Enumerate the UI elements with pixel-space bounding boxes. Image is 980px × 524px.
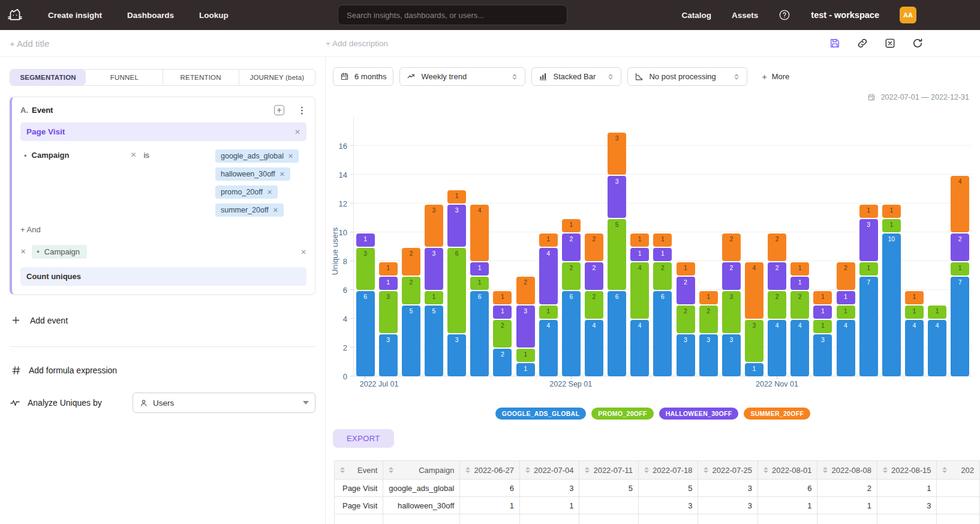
- bar-segment-google_ads_global[interactable]: 1: [745, 363, 763, 376]
- bar-segment-google_ads_global[interactable]: 2: [493, 349, 512, 376]
- bar-segment-promo_20off[interactable]: 1: [425, 291, 443, 304]
- event-select-row[interactable]: Page Visit ✕: [20, 122, 306, 141]
- kebab-menu-icon[interactable]: ⋮: [297, 106, 306, 115]
- bar-segment-halloween_30off[interactable]: 1: [813, 306, 832, 319]
- bar-segment-summer_20off[interactable]: 3: [425, 205, 443, 247]
- bar-segment-google_ads_global[interactable]: 5: [402, 306, 420, 376]
- bar-segment-promo_20off[interactable]: 4: [630, 262, 649, 319]
- bar-segment-promo_20off[interactable]: 1: [905, 306, 924, 319]
- bar-segment-promo_20off[interactable]: 2: [677, 306, 695, 333]
- bar-segment-google_ads_global[interactable]: 3: [379, 334, 398, 376]
- bar-segment-google_ads_global[interactable]: 3: [699, 334, 718, 376]
- search-input[interactable]: [338, 5, 567, 25]
- nav-lookup[interactable]: Lookup: [199, 11, 229, 20]
- tab-retention[interactable]: RETENTION: [163, 70, 239, 85]
- tab-segmentation[interactable]: SEGMENTATION: [10, 70, 86, 85]
- legend-pill-google_ads_global[interactable]: GOOGLE_ADS_GLOBAL: [495, 408, 586, 420]
- bar-segment-halloween_30off[interactable]: 3: [447, 205, 466, 247]
- bar-segment-google_ads_global[interactable]: 3: [447, 334, 466, 376]
- filter-operator[interactable]: is: [143, 151, 149, 160]
- bar-segment-promo_20off[interactable]: 1: [951, 262, 969, 276]
- bar-segment-promo_20off[interactable]: 1: [882, 219, 901, 232]
- column-header-2022-08-01[interactable]: 2022-08-01: [757, 461, 817, 480]
- bar-segment-google_ads_global[interactable]: 6: [562, 291, 581, 376]
- nav-dashboards[interactable]: Dashboards: [127, 11, 174, 20]
- close-insight-icon[interactable]: [884, 37, 896, 49]
- remove-value-icon[interactable]: ✕: [267, 188, 272, 196]
- bar-segment-halloween_30off[interactable]: 3: [425, 248, 443, 290]
- bar-segment-google_ads_global[interactable]: 4: [539, 320, 558, 376]
- nav-catalog[interactable]: Catalog: [682, 11, 712, 20]
- column-header-202[interactable]: 202: [937, 461, 980, 480]
- trend-select[interactable]: Weekly trend: [399, 67, 525, 86]
- bar-segment-halloween_30off[interactable]: 2: [585, 262, 603, 290]
- bar-segment-summer_20off[interactable]: 1: [539, 233, 558, 247]
- column-header-2022-06-27[interactable]: 2022-06-27: [460, 461, 520, 480]
- filter-value-chip[interactable]: summer_20off✕: [215, 203, 284, 217]
- bar-segment-summer_20off[interactable]: 1: [699, 291, 718, 304]
- bar-segment-promo_20off[interactable]: 1: [859, 262, 878, 276]
- bar-segment-promo_20off[interactable]: 3: [379, 291, 398, 333]
- export-button[interactable]: EXPORT: [333, 429, 394, 448]
- bar-segment-summer_20off[interactable]: 2: [837, 262, 855, 290]
- bar-segment-promo_20off[interactable]: 6: [447, 248, 466, 333]
- bar-segment-halloween_30off[interactable]: 1: [356, 233, 375, 247]
- bar-segment-summer_20off[interactable]: 1: [379, 262, 398, 276]
- help-icon[interactable]: [778, 9, 790, 21]
- bar-segment-halloween_30off[interactable]: 2: [951, 233, 969, 261]
- tab-funnel[interactable]: FUNNEL: [86, 70, 162, 85]
- bar-segment-promo_20off[interactable]: 1: [813, 320, 832, 333]
- analyze-by-select[interactable]: Users: [133, 393, 315, 413]
- bar-segment-promo_20off[interactable]: 2: [768, 291, 786, 319]
- bar-segment-summer_20off[interactable]: 4: [745, 262, 763, 319]
- bar-segment-google_ads_global[interactable]: 1: [516, 363, 535, 376]
- bar-segment-google_ads_global[interactable]: 4: [630, 320, 649, 376]
- bar-segment-google_ads_global[interactable]: 4: [928, 320, 946, 376]
- filter-value-chip[interactable]: promo_20off✕: [215, 185, 278, 199]
- workspace-name[interactable]: test - workspace: [811, 10, 879, 20]
- refresh-icon[interactable]: [912, 37, 924, 49]
- bar-segment-promo_20off[interactable]: 2: [585, 291, 603, 319]
- bar-segment-google_ads_global[interactable]: 7: [951, 277, 969, 376]
- bar-segment-halloween_30off[interactable]: 2: [722, 262, 741, 290]
- copy-link-icon[interactable]: [856, 37, 868, 49]
- bar-segment-summer_20off[interactable]: 1: [653, 233, 672, 247]
- column-header-2022-08-15[interactable]: 2022-08-15: [877, 461, 937, 480]
- legend-pill-summer_20off[interactable]: SUMMER_20OFF: [744, 408, 810, 420]
- add-formula-button[interactable]: Add formula expression: [10, 365, 315, 376]
- bar-segment-halloween_30off[interactable]: 3: [859, 219, 878, 261]
- bar-segment-halloween_30off[interactable]: 1: [493, 306, 512, 319]
- add-filter-icon[interactable]: [274, 105, 284, 115]
- bar-segment-summer_20off[interactable]: 4: [951, 176, 969, 232]
- app-logo-cat-icon[interactable]: [6, 6, 24, 24]
- filter-property[interactable]: Campaign: [32, 151, 70, 160]
- bar-segment-summer_20off[interactable]: 2: [768, 233, 786, 261]
- column-header-2022-07-11[interactable]: 2022-07-11: [579, 461, 639, 480]
- bar-segment-promo_20off[interactable]: 3: [745, 320, 763, 362]
- breakdown-property-chip[interactable]: • Campaign: [32, 245, 87, 259]
- bar-segment-google_ads_global[interactable]: 6: [653, 291, 672, 376]
- chart-type-select[interactable]: Stacked Bar: [531, 67, 621, 86]
- post-processing-select[interactable]: No post processing: [627, 67, 747, 86]
- bar-segment-promo_20off[interactable]: 2: [402, 277, 420, 304]
- bar-segment-google_ads_global[interactable]: 4: [837, 320, 855, 376]
- bar-segment-google_ads_global[interactable]: 4: [585, 320, 603, 376]
- date-range-button[interactable]: 6 months: [333, 67, 393, 86]
- legend-pill-promo_20off[interactable]: PROMO_20OFF: [591, 408, 653, 420]
- bar-segment-halloween_30off[interactable]: 4: [539, 248, 558, 304]
- bar-segment-summer_20off[interactable]: 1: [790, 262, 809, 276]
- bar-segment-google_ads_global[interactable]: 3: [813, 334, 832, 376]
- bar-segment-halloween_30off[interactable]: 2: [562, 233, 581, 261]
- remove-value-icon[interactable]: ✕: [288, 152, 293, 160]
- bar-segment-promo_20off[interactable]: 3: [722, 291, 741, 333]
- bar-segment-google_ads_global[interactable]: 6: [470, 291, 489, 376]
- bar-segment-summer_20off[interactable]: 3: [608, 133, 626, 175]
- bar-segment-summer_20off[interactable]: 2: [722, 233, 741, 261]
- bar-segment-summer_20off[interactable]: 1: [813, 291, 832, 304]
- bar-segment-google_ads_global[interactable]: 4: [768, 320, 786, 376]
- bar-segment-promo_20off[interactable]: 1: [539, 306, 558, 319]
- bar-segment-halloween_30off[interactable]: 1: [470, 262, 489, 276]
- remove-breakdown-icon[interactable]: ✕: [20, 248, 26, 256]
- bar-segment-halloween_30off[interactable]: 3: [608, 176, 626, 218]
- remove-value-icon[interactable]: ✕: [279, 170, 285, 178]
